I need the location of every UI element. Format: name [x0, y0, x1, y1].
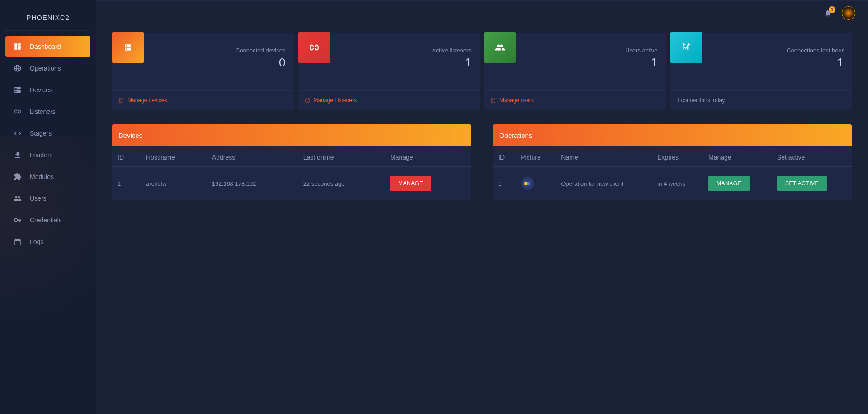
- sidebar-item-label: Dashboard: [30, 43, 61, 50]
- operations-panel: Operations IDPictureNameExpiresManageSet…: [493, 124, 852, 200]
- external-link-icon: [118, 98, 124, 103]
- download-icon: [14, 151, 22, 159]
- operations-col-id: ID: [493, 146, 515, 167]
- stat-footer: Manage users: [484, 90, 666, 110]
- set-active-button[interactable]: SET ACTIVE: [777, 176, 827, 191]
- table-row: 1Operation for new clientin 4 weeksMANAG…: [493, 167, 852, 201]
- stat-footer: Manage Listeners: [298, 90, 480, 110]
- stat-card-users-active: Users active1Manage users: [484, 33, 666, 110]
- code-icon: [14, 129, 22, 137]
- cell-manage: MANAGE: [703, 167, 772, 201]
- stat-label: Connections last hour: [702, 47, 844, 54]
- devices-panel: Devices IDHostnameAddressLast onlineMana…: [112, 124, 471, 200]
- stat-footer-link[interactable]: Manage Listeners: [314, 97, 357, 104]
- sidebar-item-credentials[interactable]: Credentials: [5, 210, 90, 231]
- stat-value: 1: [516, 56, 658, 70]
- stat-value: 0: [144, 56, 286, 70]
- divider: [5, 30, 90, 31]
- operations-col-set-active: Set active: [772, 146, 852, 167]
- sidebar-item-label: Credentials: [30, 216, 62, 224]
- stat-footer: Manage devices: [112, 90, 294, 110]
- sidebar-item-dashboard[interactable]: Dashboard: [5, 36, 90, 57]
- sidebar-item-logs[interactable]: Logs: [5, 231, 90, 252]
- stat-footer-text: 1 connections today.: [677, 97, 726, 104]
- devices-col-address: Address: [207, 146, 298, 167]
- stat-footer: 1 connections today.: [670, 90, 852, 110]
- users-icon: [484, 32, 516, 63]
- stat-label: Connected devices: [144, 47, 286, 54]
- stat-footer-link[interactable]: Manage users: [500, 97, 534, 104]
- devices-col-id: ID: [112, 146, 141, 167]
- sidebar: PHOENIXC2 DashboardOperationsDevicesList…: [0, 0, 96, 414]
- external-link-icon: [305, 98, 310, 103]
- main: 1 Connected devices0Manage devicesActive…: [96, 0, 868, 414]
- stat-card-connections-last-hour: Connections last hour11 connections toda…: [670, 33, 852, 110]
- external-link-icon: [491, 98, 496, 103]
- dns-icon: [112, 32, 144, 63]
- stat-footer-link[interactable]: Manage devices: [127, 97, 167, 104]
- stats-row: Connected devices0Manage devicesActive l…: [112, 33, 852, 110]
- operations-col-name: Name: [556, 146, 652, 167]
- sidebar-item-label: Operations: [30, 65, 61, 72]
- stat-value: 1: [330, 56, 472, 70]
- sidebar-item-modules[interactable]: Modules: [5, 166, 90, 187]
- stat-card-connected-devices: Connected devices0Manage devices: [112, 33, 294, 110]
- table-row: 1archbtw192.168.178.10222 seconds agoMAN…: [112, 167, 471, 201]
- connections-icon: [670, 32, 702, 63]
- operations-col-expires: Expires: [652, 146, 703, 167]
- operation-picture: [521, 177, 534, 190]
- sidebar-item-label: Devices: [30, 86, 52, 94]
- stat-label: Users active: [516, 47, 658, 54]
- devices-panel-title: Devices: [112, 124, 471, 146]
- listener-icon: [298, 32, 330, 63]
- operations-col-picture: Picture: [515, 146, 556, 167]
- devices-col-manage: Manage: [385, 146, 471, 167]
- operations-panel-title: Operations: [493, 124, 852, 146]
- extension-icon: [14, 173, 22, 181]
- sidebar-item-label: Logs: [30, 238, 43, 245]
- avatar[interactable]: [842, 6, 855, 20]
- cell-expires: in 4 weeks: [652, 167, 703, 201]
- sidebar-item-label: Listeners: [30, 108, 56, 115]
- cell-lastonline: 22 seconds ago: [298, 167, 385, 201]
- notifications-badge: 1: [829, 6, 835, 13]
- manage-device-button[interactable]: MANAGE: [390, 176, 431, 191]
- cell-picture: [515, 167, 556, 201]
- cell-setactive: SET ACTIVE: [772, 167, 852, 201]
- stat-label: Active listeners: [330, 47, 472, 54]
- operations-col-manage: Manage: [703, 146, 772, 167]
- stat-value: 1: [702, 56, 844, 70]
- dashboard-icon: [14, 42, 22, 51]
- cell-name: Operation for new client: [556, 167, 652, 201]
- cell-address: 192.168.178.102: [207, 167, 298, 201]
- sidebar-item-stagers[interactable]: Stagers: [5, 123, 90, 144]
- sidebar-item-devices[interactable]: Devices: [5, 80, 90, 100]
- notifications-button[interactable]: 1: [824, 9, 832, 17]
- sidebar-item-label: Users: [30, 195, 47, 202]
- calendar-icon: [14, 238, 22, 246]
- users-icon: [14, 194, 22, 202]
- sidebar-item-operations[interactable]: Operations: [5, 58, 90, 79]
- sidebar-item-label: Stagers: [30, 130, 52, 137]
- cell-id: 1: [493, 167, 515, 201]
- cell-manage: MANAGE: [385, 167, 471, 201]
- dns-icon: [14, 86, 22, 94]
- operations-table-header: IDPictureNameExpiresManageSet active: [493, 146, 852, 167]
- devices-table-header: IDHostnameAddressLast onlineManage: [112, 146, 471, 167]
- sidebar-item-users[interactable]: Users: [5, 188, 90, 209]
- devices-col-last-online: Last online: [298, 146, 385, 167]
- cell-id: 1: [112, 167, 141, 201]
- devices-col-hostname: Hostname: [141, 146, 207, 167]
- brand-title: PHOENIXC2: [0, 0, 96, 30]
- stat-card-active-listeners: Active listeners1Manage Listeners: [298, 33, 480, 110]
- topbar: 1: [96, 0, 868, 25]
- nav: DashboardOperationsDevicesListenersStage…: [0, 34, 96, 255]
- cell-hostname: archbtw: [141, 167, 207, 201]
- sidebar-item-label: Loaders: [30, 151, 53, 159]
- sidebar-item-loaders[interactable]: Loaders: [5, 145, 90, 165]
- listener-icon: [14, 108, 22, 116]
- manage-operation-button[interactable]: MANAGE: [708, 176, 750, 191]
- sidebar-item-label: Modules: [30, 173, 54, 180]
- sidebar-item-listeners[interactable]: Listeners: [5, 101, 90, 122]
- operations-table: IDPictureNameExpiresManageSet active 1Op…: [493, 146, 852, 200]
